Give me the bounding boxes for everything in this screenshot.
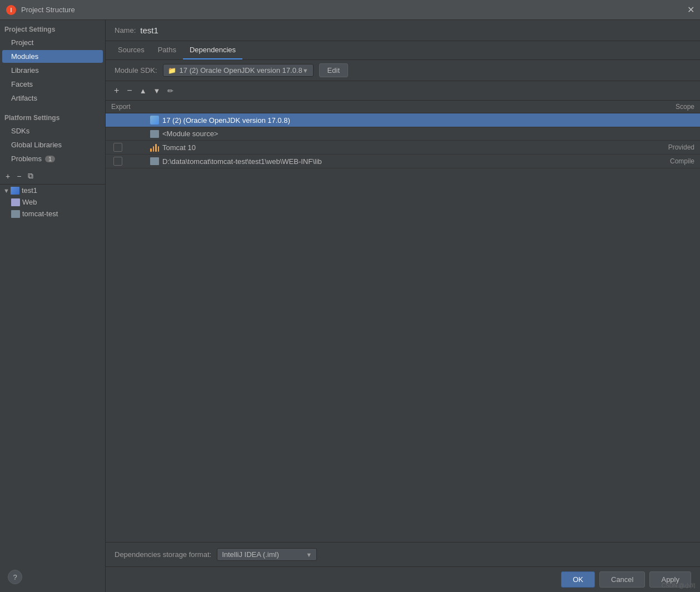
sidebar-item-sdks[interactable]: SDKs (2, 125, 103, 137)
project-settings-label: Project Settings (0, 20, 105, 36)
module-tree: + − ⧉ ▼ test1 Web tomcat-test (0, 166, 105, 592)
edit-sdk-button[interactable]: Edit (319, 63, 348, 77)
storage-chevron-icon: ▼ (306, 551, 312, 558)
close-button[interactable]: ✕ (687, 4, 694, 15)
dep-table-header: Export Scope (106, 101, 700, 113)
edit-dep-button[interactable]: ✏ (165, 86, 176, 96)
svg-text:I: I (11, 7, 12, 13)
tree-item-tomcat-test[interactable]: tomcat-test (0, 208, 105, 220)
folder-icon-tomcat-test (11, 210, 20, 218)
sidebar: Project Settings Project Modules Librari… (0, 20, 106, 592)
sidebar-item-project-label: Project (11, 38, 33, 47)
problems-label: Problems (11, 155, 42, 163)
tab-dependencies-label: Dependencies (190, 46, 236, 54)
tree-item-test1[interactable]: ▼ test1 (0, 185, 105, 196)
dep-module-source-label: <Module source> (162, 130, 218, 138)
sdk-dropdown[interactable]: 📁 17 (2) Oracle OpenJDK version 17.0.8 ▼ (163, 64, 314, 77)
sidebar-item-global-libraries[interactable]: Global Libraries (2, 138, 103, 151)
dep-row-tomcat10[interactable]: Tomcat 10 Provided (106, 141, 700, 155)
header-name (150, 103, 639, 111)
sidebar-item-artifacts-label: Artifacts (11, 94, 37, 102)
header-export: Export (111, 103, 150, 111)
module-name-row: Name: test1 (106, 20, 700, 41)
window-title: Project Structure (21, 6, 75, 14)
move-down-button[interactable]: ▼ (151, 86, 163, 96)
app-logo: I (6, 4, 17, 16)
watermark: CSDN @小闰 (662, 582, 696, 590)
remove-dep-button[interactable]: − (124, 84, 135, 97)
sidebar-item-artifacts[interactable]: Artifacts (2, 92, 103, 105)
storage-value: IntelliJ IDEA (.iml) (222, 550, 279, 559)
cancel-button[interactable]: Cancel (599, 571, 645, 588)
tab-paths-label: Paths (158, 46, 176, 54)
sdk-chevron-icon: ▼ (302, 67, 309, 74)
remove-module-button[interactable]: − (14, 171, 23, 182)
dep-row-module-source[interactable]: <Module source> (106, 127, 700, 141)
jdk-icon (150, 116, 159, 125)
webinflib-folder-icon (150, 157, 159, 165)
dep-name-module-source: <Module source> (150, 130, 639, 138)
tab-paths[interactable]: Paths (151, 41, 183, 59)
name-label: Name: (115, 26, 136, 34)
bottom-buttons: OK Cancel Apply (106, 566, 700, 592)
copy-module-button[interactable]: ⧉ (26, 170, 36, 182)
sidebar-item-project[interactable]: Project (2, 36, 103, 49)
dep-row-webinflib[interactable]: D:\data\tomcat\tomcat-test\test1\web\WEB… (106, 155, 700, 168)
sidebar-item-modules[interactable]: Modules (2, 50, 103, 63)
tree-item-test1-label: test1 (22, 186, 37, 195)
dep-row-jdk[interactable]: 17 (2) (Oracle OpenJDK version 17.0.8) (106, 113, 700, 127)
dep-scope-tomcat10: Provided (639, 143, 694, 151)
module-name-value: test1 (140, 26, 158, 35)
problems-badge: 1 (45, 156, 55, 162)
tab-sources-label: Sources (118, 46, 145, 54)
sidebar-item-modules-label: Modules (11, 52, 38, 61)
tree-item-web[interactable]: Web (0, 196, 105, 208)
dep-jdk-label: 17 (2) (Oracle OpenJDK version 17.0.8) (162, 116, 290, 125)
dep-toolbar: + − ▲ ▼ ✏ (106, 81, 700, 101)
dep-storage-row: Dependencies storage format: IntelliJ ID… (106, 542, 700, 566)
title-bar: I Project Structure ✕ (0, 0, 700, 20)
storage-dropdown[interactable]: IntelliJ IDEA (.iml) ▼ (217, 548, 317, 561)
dep-webinflib-label: D:\data\tomcat\tomcat-test\test1\web\WEB… (162, 157, 322, 166)
dep-table-container: 17 (2) (Oracle OpenJDK version 17.0.8) <… (106, 113, 700, 542)
sdk-label: Module SDK: (115, 66, 157, 74)
dep-checkbox-webinflib[interactable] (113, 157, 122, 166)
dep-tomcat10-label: Tomcat 10 (162, 143, 196, 152)
right-panel: Name: test1 Sources Paths Dependencies M… (106, 20, 700, 592)
sdk-folder-icon: 📁 (168, 67, 176, 74)
tab-sources[interactable]: Sources (111, 41, 151, 59)
move-up-button[interactable]: ▲ (137, 86, 149, 96)
module-source-folder-icon (150, 130, 159, 138)
add-dep-button[interactable]: + (111, 84, 122, 97)
dep-scope-webinflib: Compile (639, 157, 694, 165)
sdk-value: 17 (2) Oracle OpenJDK version 17.0.8 (180, 66, 302, 74)
tree-item-web-label: Web (22, 198, 37, 206)
dep-checkbox-tomcat10-wrapper (111, 143, 150, 152)
add-module-button[interactable]: + (3, 171, 12, 182)
help-button[interactable]: ? (8, 570, 22, 584)
sidebar-item-libraries[interactable]: Libraries (2, 64, 103, 77)
sidebar-item-libraries-label: Libraries (11, 66, 39, 74)
tree-item-tomcat-test-label: tomcat-test (22, 210, 58, 218)
tomcat-icon (150, 143, 159, 152)
sidebar-item-facets[interactable]: Facets (2, 78, 103, 91)
tab-dependencies[interactable]: Dependencies (183, 41, 242, 59)
tree-arrow-test1: ▼ (3, 187, 9, 194)
dep-name-jdk: 17 (2) (Oracle OpenJDK version 17.0.8) (150, 116, 639, 125)
header-scope: Scope (639, 103, 694, 111)
tabs-bar: Sources Paths Dependencies (106, 41, 700, 60)
tree-toolbar: + − ⧉ (0, 168, 105, 185)
dep-checkbox-webinflib-wrapper (111, 157, 150, 166)
platform-settings-label: Platform Settings (0, 108, 105, 124)
dep-name-tomcat10: Tomcat 10 (150, 143, 639, 152)
sidebar-item-sdks-label: SDKs (11, 127, 29, 135)
ok-button[interactable]: OK (561, 571, 595, 588)
dep-checkbox-tomcat10[interactable] (113, 143, 122, 152)
storage-label: Dependencies storage format: (115, 550, 211, 559)
web-folder-icon (11, 198, 20, 206)
sidebar-item-facets-label: Facets (11, 80, 33, 88)
sidebar-item-problems[interactable]: Problems 1 (2, 152, 103, 165)
module-sdk-row: Module SDK: 📁 17 (2) Oracle OpenJDK vers… (106, 60, 700, 81)
sidebar-item-global-libraries-label: Global Libraries (11, 141, 62, 149)
module-folder-icon (11, 187, 19, 195)
